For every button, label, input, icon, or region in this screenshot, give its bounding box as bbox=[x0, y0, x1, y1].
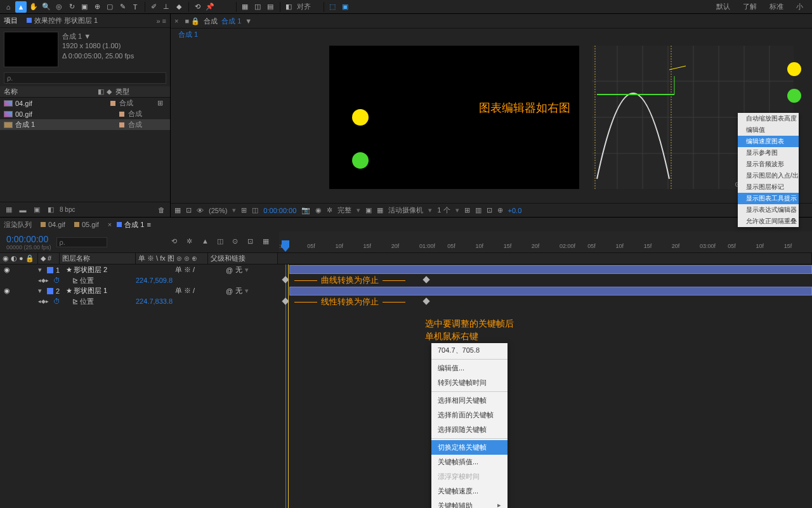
tl-btn-icon[interactable]: ✲ bbox=[187, 237, 197, 247]
label-col-icon[interactable]: ◆ # bbox=[41, 254, 51, 263]
stopwatch-icon[interactable]: ⏱ bbox=[53, 277, 60, 284]
property-row[interactable]: ◂◆▸ ⏱ ⊵ 位置 224.7,833.8 bbox=[0, 296, 279, 306]
puppet-tool-icon[interactable]: 📌 bbox=[204, 1, 216, 13]
pickwhip-icon[interactable]: @ bbox=[226, 287, 233, 295]
home-icon[interactable]: ⌂ bbox=[3, 1, 14, 13]
layer-bar[interactable] bbox=[289, 287, 812, 296]
graph-menu-item[interactable]: 显示图层的入点/出点 bbox=[738, 170, 799, 181]
parent-header[interactable]: 父级和链接 bbox=[208, 253, 278, 264]
context-menu-item[interactable]: 关键帧插值... bbox=[431, 455, 508, 469]
clone-tool-icon[interactable]: ⊥ bbox=[160, 1, 172, 13]
workspace-standard[interactable]: 标准 bbox=[769, 2, 783, 11]
timeline-tracks[interactable]: 曲线转换为停止 线性转换为停止 选中要调整的关键帧后 单机鼠标右键 704.7、… bbox=[279, 264, 812, 508]
timeline-tab[interactable]: 04.gif bbox=[41, 221, 65, 228]
graph-menu-item[interactable]: 允许改正间隔重叠 bbox=[738, 216, 799, 227]
composition-preview[interactable]: 图表编辑器如右图 bbox=[329, 46, 579, 189]
brush-tool-icon[interactable]: ✐ bbox=[148, 1, 159, 13]
graph-menu-item[interactable]: 显示音频波形 bbox=[738, 159, 799, 170]
keyframe-icon[interactable] bbox=[422, 297, 429, 304]
eye-col-icon[interactable]: ◉ ◐ ● 🔒 bbox=[3, 254, 34, 263]
comp-thumbnail[interactable] bbox=[4, 32, 58, 67]
project-search-input[interactable] bbox=[4, 72, 166, 84]
layer-name-header[interactable]: 图层名称 bbox=[60, 253, 136, 264]
tl-btn-icon[interactable]: ⊙ bbox=[232, 237, 242, 247]
time-ruler[interactable]: :00f05f10f15f20f01:00f05f10f15f20f02:00f… bbox=[279, 231, 812, 252]
vf-icon[interactable]: ⊞ bbox=[241, 206, 247, 214]
tl-btn-icon[interactable]: ▦ bbox=[263, 237, 273, 247]
time-display[interactable]: 0:00:00:00 bbox=[263, 207, 296, 214]
new-comp-icon[interactable]: ▣ bbox=[32, 205, 42, 215]
label-header-icon[interactable]: ◆ bbox=[107, 88, 115, 96]
stroke-icon[interactable]: ▣ bbox=[339, 1, 351, 13]
keyframe-icon[interactable] bbox=[422, 276, 429, 283]
vf-icon[interactable]: ◫ bbox=[252, 206, 258, 214]
context-menu-item[interactable]: 选择前面的关键帧 bbox=[431, 408, 508, 422]
graph-menu-item[interactable]: ✓编辑速度图表 bbox=[738, 136, 799, 147]
mode-header[interactable]: 单 ※ \ fx 图 ⊙ ⊙ ⊕ bbox=[136, 253, 208, 264]
graph-editor[interactable]: 自动缩放图表高度编辑值✓编辑速度图表显示参考图显示音频波形显示图层的入点/出点显… bbox=[592, 46, 794, 189]
graph-menu-item[interactable]: 显示参考图 bbox=[738, 147, 799, 159]
position-value[interactable]: 224.7,509.8 bbox=[136, 277, 173, 284]
stopwatch-icon[interactable]: ⏱ bbox=[53, 297, 60, 305]
vf-icon[interactable]: ▥ bbox=[475, 206, 481, 214]
keyframe-nav[interactable]: ◂◆▸ bbox=[38, 277, 51, 283]
graph-menu-item[interactable]: 显示图层标记 bbox=[738, 181, 799, 193]
bpc-label[interactable]: 8 bpc bbox=[60, 206, 75, 213]
interpret-icon[interactable]: ▦ bbox=[4, 205, 14, 215]
visibility-icon[interactable]: ◉ bbox=[3, 266, 11, 274]
tl-btn-icon[interactable]: ◫ bbox=[217, 237, 227, 247]
twirl-icon[interactable]: ▾ bbox=[38, 266, 44, 274]
graph-menu-item[interactable]: 自动缩放图表高度 bbox=[738, 113, 799, 124]
context-menu-item[interactable]: 关键帧速度... bbox=[431, 484, 508, 498]
keyframe-nav[interactable]: ◂◆▸ bbox=[38, 298, 51, 304]
zoom-tool-icon[interactable]: 🔍 bbox=[41, 1, 52, 13]
snap-icon[interactable]: ◧ bbox=[283, 1, 294, 13]
selection-tool-icon[interactable]: ▲ bbox=[15, 1, 27, 13]
workspace-learn[interactable]: 了解 bbox=[743, 2, 757, 11]
comp-link[interactable]: 合成 1 bbox=[221, 16, 241, 26]
render-queue-tab[interactable]: 渲染队列 bbox=[4, 220, 32, 230]
comp-breadcrumb[interactable]: 合成 1 bbox=[178, 30, 198, 39]
camera-icon[interactable]: 📷 bbox=[301, 206, 310, 214]
col-name-header[interactable]: 名称 bbox=[4, 87, 98, 96]
vf-icon[interactable]: 👁 bbox=[197, 207, 204, 214]
vf-icon[interactable]: ✲ bbox=[327, 206, 332, 214]
comp-tab[interactable]: 合成 bbox=[204, 16, 218, 26]
tl-btn-icon[interactable]: ▲ bbox=[202, 237, 212, 247]
context-menu-item[interactable]: 选择相同关键帧 bbox=[431, 393, 508, 408]
hand-tool-icon[interactable]: ✋ bbox=[28, 1, 39, 13]
vf-icon[interactable]: ⊕ bbox=[497, 206, 503, 214]
project-tab[interactable]: 项目 bbox=[4, 16, 18, 25]
timecode-display[interactable]: 0:00:00:00 bbox=[6, 234, 51, 244]
camera-dropdown[interactable]: 活动摄像机 bbox=[388, 205, 423, 215]
orbit-tool-icon[interactable]: ◎ bbox=[53, 1, 65, 13]
timeline-search-input[interactable] bbox=[56, 237, 107, 247]
context-menu-item[interactable]: 切换定格关键帧 bbox=[431, 440, 508, 455]
exposure-value[interactable]: +0.0 bbox=[508, 207, 522, 214]
trash-icon[interactable]: 🗑 bbox=[156, 205, 166, 215]
layer-bar[interactable] bbox=[289, 265, 812, 274]
context-menu-item[interactable]: 转到关键帧时间 bbox=[431, 375, 508, 390]
graph-menu-item[interactable]: ✓显示图表工具提示 bbox=[738, 193, 799, 204]
twirl-icon[interactable]: ▾ bbox=[38, 287, 44, 295]
project-item[interactable]: 04.gif 合成 ⊞ bbox=[0, 98, 170, 108]
timeline-tab[interactable]: 05.gif bbox=[74, 221, 99, 228]
vf-icon[interactable]: ◉ bbox=[315, 206, 322, 214]
fill-icon[interactable]: ⬚ bbox=[327, 1, 338, 13]
green-handle[interactable] bbox=[787, 89, 801, 103]
project-item[interactable]: 00.gif 合成 bbox=[0, 108, 170, 119]
tool-opt2-icon[interactable]: ◫ bbox=[252, 1, 263, 13]
tl-btn-icon[interactable]: ⟲ bbox=[171, 237, 181, 247]
workspace-default[interactable]: 默认 bbox=[716, 2, 730, 11]
property-row[interactable]: ◂◆▸ ⏱ ⊵ 位置 224.7,509.8 bbox=[0, 275, 279, 285]
vf-icon[interactable]: ⊞ bbox=[464, 206, 470, 214]
vf-icon[interactable]: ▦ bbox=[174, 206, 181, 214]
pen-tool-icon[interactable]: ✎ bbox=[117, 1, 128, 13]
layer-row[interactable]: ◉ ▾ 2 ★ 形状图层 1 单 ※ / @无▾ bbox=[0, 285, 279, 296]
visibility-icon[interactable]: ◉ bbox=[3, 287, 11, 295]
layer-row[interactable]: ◉ ▾ 1 ★ 形状图层 2 单 ※ / @无▾ bbox=[0, 264, 279, 275]
comp-close-icon[interactable]: × bbox=[174, 17, 178, 25]
text-tool-icon[interactable]: T bbox=[129, 1, 141, 13]
parent-dropdown[interactable]: 无 bbox=[235, 286, 242, 296]
rect-tool-icon[interactable]: ▢ bbox=[104, 1, 115, 13]
